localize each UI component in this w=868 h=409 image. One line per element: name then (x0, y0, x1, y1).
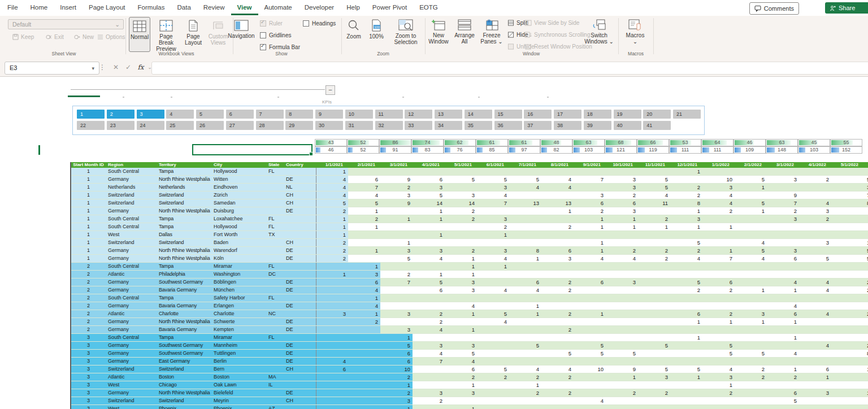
slicer-button-26[interactable]: 26 (196, 121, 224, 130)
cell-start-month-id[interactable]: 1 (71, 168, 106, 175)
cell-month-value[interactable]: 5 (670, 279, 702, 286)
cell-month-value[interactable]: 2 (670, 247, 702, 254)
cell-month-value[interactable] (445, 294, 477, 302)
cell-month-value[interactable] (799, 168, 831, 175)
cell-month-value[interactable] (509, 318, 541, 325)
cell-state[interactable] (267, 366, 284, 373)
cell-start-month-id[interactable]: 3 (71, 350, 106, 357)
cell-clipped-value[interactable]: 5 (863, 255, 868, 262)
cell-month-value[interactable]: 1 (477, 231, 509, 238)
cell-month-value[interactable] (316, 279, 348, 286)
arrange-all-button[interactable]: Arrange All (452, 17, 477, 52)
cell-month-value[interactable] (831, 326, 863, 333)
cell-month-value[interactable] (477, 389, 509, 397)
cell-month-value[interactable]: 2 (477, 373, 509, 381)
cell-clipped-value[interactable]: 1 (863, 389, 868, 397)
cell-month-value[interactable] (799, 358, 831, 365)
cell-start-month-id[interactable]: 3 (71, 397, 106, 404)
cell-month-value[interactable]: 1 (348, 247, 380, 254)
cell-country[interactable]: DE (284, 350, 316, 357)
cell-city[interactable]: Böblingen (211, 279, 267, 286)
ribbon-tab-developer[interactable]: Developer (298, 0, 340, 14)
cell-month-value[interactable] (831, 342, 863, 349)
slicer-button-25[interactable]: 25 (166, 121, 194, 130)
cell-month-value[interactable] (348, 405, 380, 409)
cell-month-value[interactable]: 1 (735, 207, 767, 215)
cell-state[interactable] (267, 397, 284, 404)
cell-month-value[interactable]: 1 (316, 215, 348, 223)
cell-month-value[interactable]: 3 (477, 215, 509, 223)
ruler-checkbox[interactable]: Ruler (260, 20, 283, 27)
cell-month-value[interactable]: 1 (702, 247, 735, 254)
cell-month-value[interactable] (831, 255, 863, 262)
cell-month-value[interactable] (638, 294, 670, 302)
cell-month-value[interactable] (799, 318, 831, 325)
cell-month-value[interactable]: 5 (477, 310, 509, 317)
cell-month-value[interactable]: 1 (670, 168, 702, 175)
cell-month-value[interactable]: 3 (413, 184, 445, 191)
cell-month-value[interactable] (606, 286, 638, 294)
cell-month-value[interactable]: 7 (348, 184, 380, 191)
cell-month-value[interactable] (316, 318, 348, 325)
cell-month-value[interactable] (670, 271, 702, 278)
cell-month-value[interactable]: 5 (348, 199, 380, 207)
cell-month-value[interactable] (735, 358, 767, 365)
cell-month-value[interactable] (541, 239, 574, 246)
cell-month-value[interactable] (477, 350, 509, 357)
cell-state[interactable] (267, 184, 284, 191)
cell-country[interactable]: DE (284, 389, 316, 397)
cell-month-value[interactable]: 3 (380, 397, 413, 404)
cell-month-value[interactable]: 6 (702, 279, 735, 286)
cell-month-value[interactable] (670, 294, 702, 302)
cell-month-value[interactable]: 4 (316, 184, 348, 191)
column-header-date[interactable]: 7/1/2021 (509, 162, 541, 168)
cell-month-value[interactable] (606, 271, 638, 278)
cell-state[interactable] (267, 302, 284, 310)
column-header-date[interactable]: 1/1/2021 (316, 162, 348, 168)
cell-month-value[interactable] (509, 326, 541, 333)
cell-month-value[interactable]: 1 (606, 373, 638, 381)
cell-region[interactable]: West (106, 405, 157, 409)
cell-clipped-value[interactable]: 2 (863, 342, 868, 349)
switch-windows-button[interactable]: Switch Windows ⌄ (582, 17, 616, 52)
cell-month-value[interactable] (541, 263, 574, 270)
cell-month-value[interactable] (638, 350, 670, 357)
column-header-date[interactable]: 2/1/2022 (735, 162, 767, 168)
cell-month-value[interactable]: 1 (348, 223, 380, 230)
cell-month-value[interactable]: 2 (767, 207, 799, 215)
cell-region[interactable]: South Central (106, 223, 157, 230)
cell-month-value[interactable]: 5 (380, 342, 413, 349)
cell-state[interactable] (267, 247, 284, 254)
cell-country[interactable] (284, 168, 316, 175)
cell-month-value[interactable]: 1 (574, 215, 606, 223)
cell-region[interactable]: Germany (106, 389, 157, 397)
cell-month-value[interactable] (702, 326, 735, 333)
cell-clipped-value[interactable] (863, 168, 868, 175)
cell-month-value[interactable]: 5 (670, 239, 702, 246)
cell-month-value[interactable]: 1 (670, 318, 702, 325)
cell-month-value[interactable] (702, 239, 735, 246)
cell-month-value[interactable]: 2 (316, 247, 348, 254)
exit-button[interactable]: Exit (45, 34, 64, 40)
cell-month-value[interactable]: 6 (380, 350, 413, 357)
cell-territory[interactable]: Southwest Germany (157, 350, 211, 357)
cell-month-value[interactable]: 1 (670, 207, 702, 215)
cell-region[interactable]: Germany (106, 176, 157, 183)
cell-clipped-value[interactable]: 2 (863, 286, 868, 294)
cell-month-value[interactable]: 4 (477, 286, 509, 294)
cell-month-value[interactable]: 2 (735, 373, 767, 381)
cell-month-value[interactable] (831, 176, 863, 183)
cell-month-value[interactable]: 9 (380, 176, 413, 183)
cell-region[interactable]: South Central (106, 263, 157, 270)
page-break-preview-button[interactable]: Page Break Preview (153, 17, 180, 52)
cell-month-value[interactable]: 2 (638, 247, 670, 254)
cell-month-value[interactable]: 4 (541, 176, 574, 183)
cell-month-value[interactable] (541, 271, 574, 278)
column-header-date[interactable]: 4/1/2021 (413, 162, 445, 168)
cell-month-value[interactable]: 2 (670, 192, 702, 199)
cell-month-value[interactable] (541, 342, 574, 349)
cell-start-month-id[interactable]: 3 (71, 373, 106, 381)
cell-month-value[interactable]: 4 (799, 286, 831, 294)
cell-territory[interactable]: Bavaria Germany (157, 326, 211, 333)
cell-region[interactable]: Switzerland (106, 199, 157, 207)
